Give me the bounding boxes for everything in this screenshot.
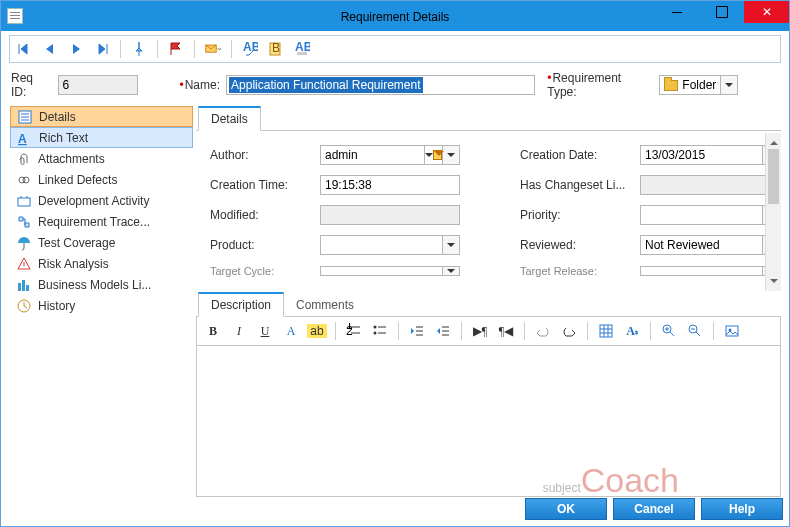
requirement-type-label: •Requirement Type:	[547, 71, 653, 99]
toolbar-separator	[398, 322, 399, 340]
cancel-button[interactable]: Cancel	[613, 498, 695, 520]
indent-icon[interactable]	[433, 321, 453, 341]
author-label: Author:	[210, 148, 320, 162]
sidebar-item-attachments[interactable]: Attachments	[10, 148, 193, 169]
sidebar-nav: Details A Rich Text Attachments Linked D…	[9, 105, 194, 497]
font-color-icon[interactable]: A	[281, 321, 301, 341]
numbered-list-icon[interactable]: 12	[344, 321, 364, 341]
chevron-down-icon[interactable]	[442, 235, 460, 255]
tab-description[interactable]: Description	[198, 292, 284, 317]
outdent-icon[interactable]	[407, 321, 427, 341]
sidebar-item-linked-defects[interactable]: Linked Defects	[10, 169, 193, 190]
toolbar-separator	[194, 40, 195, 58]
spellcheck-icon[interactable]: AB	[240, 39, 260, 59]
sidebar-item-label: Requirement Trace...	[38, 215, 150, 229]
product-label: Product:	[210, 238, 320, 252]
toolbar-separator	[524, 322, 525, 340]
rtl-icon[interactable]: ¶◀	[496, 321, 516, 341]
underline-icon[interactable]: U	[255, 321, 275, 341]
undo-icon[interactable]	[533, 321, 553, 341]
sidebar-item-risk-analysis[interactable]: Risk Analysis	[10, 253, 193, 274]
reviewed-field[interactable]: Not Reviewed	[640, 235, 780, 255]
modified-field	[320, 205, 460, 225]
tab-details[interactable]: Details	[198, 106, 261, 131]
help-button[interactable]: Help	[701, 498, 783, 520]
svg-point-21	[374, 326, 377, 329]
sidebar-item-details[interactable]: Details	[10, 106, 193, 127]
zoom-in-icon[interactable]	[659, 321, 679, 341]
name-field[interactable]: Application Functional Requirement	[226, 75, 535, 95]
chevron-down-icon[interactable]	[720, 75, 738, 95]
mail-dropdown-icon[interactable]	[203, 39, 223, 59]
upper-tabstrip: Details	[196, 105, 781, 131]
font-dialog-icon[interactable]: A₂	[622, 321, 642, 341]
target-cycle-field[interactable]	[320, 266, 460, 276]
bullet-list-icon[interactable]	[370, 321, 390, 341]
sidebar-item-rich-text[interactable]: A Rich Text	[10, 127, 193, 148]
sidebar-item-label: History	[38, 299, 75, 313]
insert-image-icon[interactable]	[722, 321, 742, 341]
window-minimize-button[interactable]	[654, 1, 699, 23]
risk-icon	[16, 256, 32, 272]
business-model-icon	[16, 277, 32, 293]
svg-point-22	[374, 332, 377, 335]
target-release-label: Target Release:	[520, 265, 640, 277]
next-record-icon[interactable]	[66, 39, 86, 59]
sidebar-item-development-activity[interactable]: Development Activity	[10, 190, 193, 211]
scroll-down-icon[interactable]	[766, 275, 781, 291]
sidebar-item-history[interactable]: History	[10, 295, 193, 316]
product-field[interactable]	[320, 235, 460, 255]
scroll-up-icon[interactable]	[766, 133, 781, 149]
toolbar-separator	[157, 40, 158, 58]
author-field[interactable]: admin	[320, 145, 460, 165]
bold-icon[interactable]: B	[203, 321, 223, 341]
svg-line-41	[696, 332, 700, 336]
attachment-icon	[16, 151, 32, 167]
toolbar-separator	[335, 322, 336, 340]
sidebar-item-label: Business Models Li...	[38, 278, 151, 292]
thesaurus-icon[interactable]: B	[266, 39, 286, 59]
field-settings-icon[interactable]: AB	[292, 39, 312, 59]
requirement-type-combo[interactable]: Folder	[659, 75, 779, 95]
target-release-field[interactable]	[640, 266, 780, 276]
dialog-button-bar: OK Cancel Help	[525, 498, 783, 520]
scroll-thumb[interactable]	[768, 149, 779, 204]
svg-text:AB: AB	[243, 41, 258, 54]
toolbar-separator	[713, 322, 714, 340]
form-scrollbar[interactable]	[765, 133, 781, 291]
svg-rect-43	[726, 326, 738, 336]
zoom-out-icon[interactable]	[685, 321, 705, 341]
toolbar-separator	[461, 322, 462, 340]
redo-icon[interactable]	[559, 321, 579, 341]
ltr-icon[interactable]: ▶¶	[470, 321, 490, 341]
italic-icon[interactable]: I	[229, 321, 249, 341]
window-close-button[interactable]	[744, 1, 789, 23]
reviewed-label: Reviewed:	[520, 238, 640, 252]
last-record-icon[interactable]	[92, 39, 112, 59]
previous-record-icon[interactable]	[40, 39, 60, 59]
sidebar-item-requirement-trace[interactable]: Requirement Trace...	[10, 211, 193, 232]
mail-icon[interactable]	[424, 145, 442, 165]
svg-rect-15	[26, 285, 29, 291]
ok-button[interactable]: OK	[525, 498, 607, 520]
trace-icon	[16, 214, 32, 230]
tab-comments[interactable]: Comments	[284, 292, 366, 316]
chevron-down-icon[interactable]	[442, 266, 460, 276]
details-icon	[17, 109, 33, 125]
sidebar-item-test-coverage[interactable]: Test Coverage	[10, 232, 193, 253]
creation-date-field[interactable]: 13/03/2015	[640, 145, 780, 165]
sidebar-item-label: Test Coverage	[38, 236, 115, 250]
priority-field[interactable]	[640, 205, 780, 225]
sidebar-item-business-models[interactable]: Business Models Li...	[10, 274, 193, 295]
table-icon[interactable]	[596, 321, 616, 341]
description-textarea[interactable]	[196, 346, 781, 497]
pin-icon[interactable]	[129, 39, 149, 59]
window-maximize-button[interactable]	[699, 1, 744, 23]
window-icon	[7, 8, 23, 24]
highlight-icon[interactable]: ab	[307, 321, 327, 341]
creation-time-field[interactable]	[320, 175, 460, 195]
flag-icon[interactable]	[166, 39, 186, 59]
watermark: subjectCoach	[543, 461, 679, 500]
chevron-down-icon[interactable]	[442, 145, 460, 165]
first-record-icon[interactable]	[14, 39, 34, 59]
